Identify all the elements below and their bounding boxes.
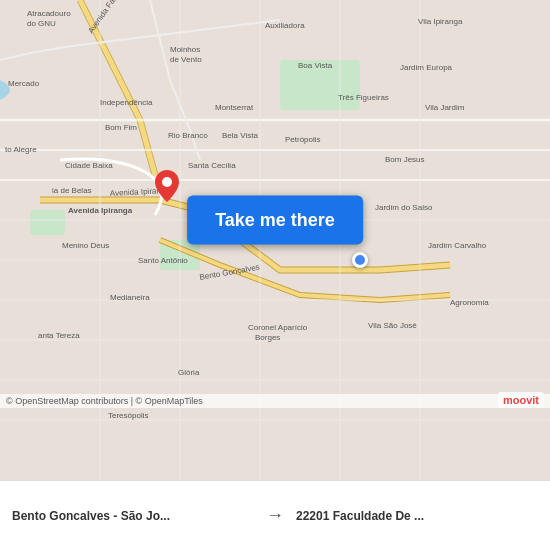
map-attribution: © OpenStreetMap contributors | © OpenMap…	[0, 394, 550, 408]
svg-text:Vila Ipiranga: Vila Ipiranga	[418, 17, 463, 26]
bottom-bar: Bento Goncalves - São Jo... → 22201 Facu…	[0, 480, 550, 550]
moovit-logo-text: moovit	[503, 394, 539, 406]
take-me-there-button[interactable]: Take me there	[187, 196, 363, 245]
svg-text:Jardim do Salso: Jardim do Salso	[375, 203, 433, 212]
svg-point-42	[162, 177, 172, 187]
svg-text:Bom Jesus: Bom Jesus	[385, 155, 425, 164]
svg-text:Santo Antônio: Santo Antônio	[138, 256, 188, 265]
svg-text:Jardim Europa: Jardim Europa	[400, 63, 453, 72]
svg-text:Bela Vista: Bela Vista	[222, 131, 258, 140]
svg-text:Moinhos: Moinhos	[170, 45, 200, 54]
svg-text:Menino Deus: Menino Deus	[62, 241, 109, 250]
arrow-icon: →	[262, 505, 288, 526]
moovit-logo: moovit	[498, 392, 544, 408]
origin-pin	[155, 170, 179, 202]
origin-location: Bento Goncalves - São Jo...	[12, 509, 254, 523]
svg-text:Glória: Glória	[178, 368, 200, 377]
svg-text:Auxiliadora: Auxiliadora	[265, 21, 305, 30]
svg-text:Boa Vista: Boa Vista	[298, 61, 333, 70]
destination-marker	[352, 252, 368, 268]
svg-text:Cidade Baixa: Cidade Baixa	[65, 161, 113, 170]
svg-text:Avenida Ipiranga: Avenida Ipiranga	[68, 206, 133, 215]
svg-text:Santa Cecília: Santa Cecília	[188, 161, 236, 170]
svg-text:Atracadouro: Atracadouro	[27, 9, 71, 18]
map-container: Avenida Farrapos Atracadouro do GNU Auxi…	[0, 0, 550, 480]
svg-text:Vila Jardim: Vila Jardim	[425, 103, 465, 112]
destination-name: 22201 Faculdade De ...	[296, 509, 538, 523]
svg-text:Agronomia: Agronomia	[450, 298, 489, 307]
svg-text:Montserrat: Montserrat	[215, 103, 254, 112]
origin-name: Bento Goncalves - São Jo...	[12, 509, 254, 523]
destination-location: 22201 Faculdade De ...	[296, 509, 538, 523]
svg-text:Borges: Borges	[255, 333, 280, 342]
svg-text:de Vento: de Vento	[170, 55, 202, 64]
svg-text:anta Tereza: anta Tereza	[38, 331, 80, 340]
svg-text:Medianeira: Medianeira	[110, 293, 150, 302]
svg-text:Três Figueiras: Três Figueiras	[338, 93, 389, 102]
svg-text:Rio Branco: Rio Branco	[168, 131, 208, 140]
svg-text:Independência: Independência	[100, 98, 153, 107]
svg-text:Coronel Aparício: Coronel Aparício	[248, 323, 308, 332]
svg-text:to Alegre: to Alegre	[5, 145, 37, 154]
svg-text:ia de Belas: ia de Belas	[52, 186, 92, 195]
svg-text:Jardim Carvalho: Jardim Carvalho	[428, 241, 487, 250]
svg-text:do GNU: do GNU	[27, 19, 56, 28]
svg-text:Teresópolis: Teresópolis	[108, 411, 148, 420]
svg-text:Bom Fim: Bom Fim	[105, 123, 137, 132]
svg-text:Petrópolis: Petrópolis	[285, 135, 321, 144]
svg-text:Mercado: Mercado	[8, 79, 40, 88]
svg-text:Vila São José: Vila São José	[368, 321, 417, 330]
svg-rect-3	[30, 210, 65, 235]
